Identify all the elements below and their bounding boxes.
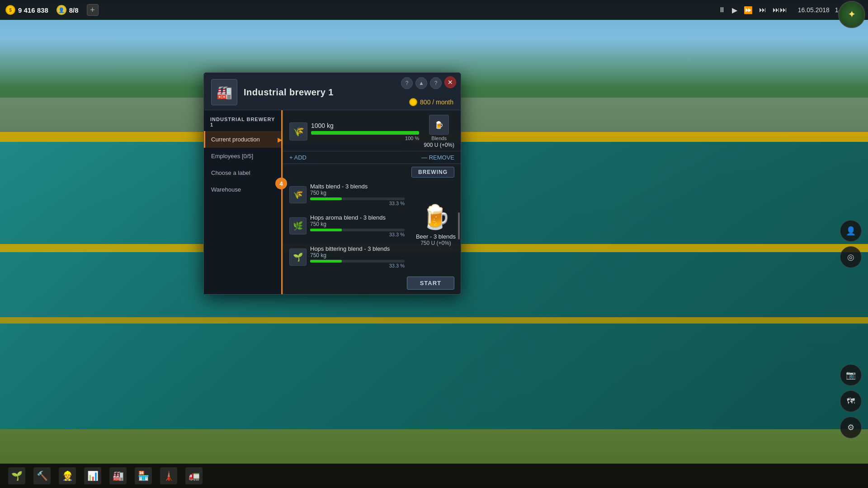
yellow-strip-bot: [0, 317, 868, 324]
remove-recipe-button[interactable]: — REMOVE: [421, 154, 454, 161]
start-button[interactable]: START: [407, 277, 454, 290]
recipe-row-1: 🌾 Malts blend - 3 blends 750 kg 33.3 %: [289, 180, 405, 209]
ingredient-amount: 1000 kg: [311, 122, 419, 129]
output-beer-name: Beer - 3 blends: [416, 233, 456, 240]
step-badge: 4: [275, 178, 287, 189]
recipe-progress-2: [310, 229, 405, 231]
dialog-nav: INDUSTRIAL BREWERY 1 Current production …: [204, 110, 283, 294]
play-button[interactable]: ▶: [730, 5, 739, 15]
brewing-badge[interactable]: BREWING: [411, 167, 454, 178]
nav-item-choose-label[interactable]: Choose a label: [204, 164, 283, 181]
money-value: 9 416 838: [18, 6, 48, 14]
recipe-info-2: Hops aroma blend - 3 blends 750 kg 33.3 …: [310, 214, 405, 237]
minimap[interactable]: ✦: [838, 1, 865, 28]
bottom-icon-tool[interactable]: 🔨: [33, 467, 51, 484]
ingredient-progress-label: 100 %: [311, 136, 419, 141]
ff1-button[interactable]: ⏩: [742, 5, 755, 15]
add-button[interactable]: +: [87, 4, 99, 16]
brewing-tab-row: BREWING: [283, 164, 461, 178]
scroll-indicator[interactable]: [458, 212, 460, 239]
ingredient-icon: 🌾: [289, 122, 307, 141]
close-button[interactable]: ✕: [444, 76, 456, 88]
right-panel: 👤 ◎: [840, 220, 862, 268]
brewery-icon: 🏭: [211, 79, 237, 105]
ingredient-info: 1000 kg 100 %: [311, 122, 419, 141]
recipe-output-area: 🌾 Malts blend - 3 blends 750 kg 33.3 %: [283, 178, 461, 273]
recipe-row-2: 🌿 Hops aroma blend - 3 blends 750 kg 33.…: [289, 211, 405, 240]
help-button[interactable]: ?: [401, 77, 413, 89]
recipe-icon-1: 🌾: [289, 186, 307, 203]
coin-icon: $: [5, 5, 15, 15]
dialog-title: Industrial brewery 1: [244, 87, 334, 98]
recipe-pct-1: 33.3 %: [310, 201, 405, 206]
recipe-progress-1: [310, 197, 405, 200]
dialog-content: 🌾 1000 kg 100 % 🍺 Blends 900 U (+0%): [283, 110, 461, 294]
recipe-list: 🌾 Malts blend - 3 blends 750 kg 33.3 %: [283, 178, 411, 273]
nav-arrow-icon: ▶: [278, 136, 283, 143]
settings-circle-button[interactable]: ◎: [840, 246, 862, 268]
top-output-icon: 🍺: [429, 115, 449, 135]
top-toolbar: $ 9 416 838 👤 8/8 + ⏸ ▶ ⏩ ⏭ ⏭⏭ 16.05.201…: [0, 0, 868, 20]
start-row: START: [283, 273, 461, 294]
output-beer-amount: 750 U (+0%): [420, 240, 451, 246]
nav-label-choose-label: Choose a label: [211, 169, 250, 176]
bottom-icon-worker[interactable]: 👷: [59, 467, 76, 484]
recipe-fill-1: [310, 197, 342, 200]
screenshot-button[interactable]: 📷: [840, 364, 862, 386]
options-button[interactable]: ⚙: [840, 417, 862, 438]
recipe-progress-3: [310, 260, 405, 263]
workers-value: 8/8: [69, 6, 79, 14]
ingredient-progress-fill: [311, 131, 419, 135]
bottom-icon-stats[interactable]: 📊: [84, 467, 101, 484]
nav-item-warehouse[interactable]: Warehouse: [204, 181, 283, 198]
ff3-button[interactable]: ⏭⏭: [771, 5, 789, 15]
info-button[interactable]: ▲: [415, 77, 427, 89]
recipe-name-1: Malts blend - 3 blends: [310, 183, 405, 190]
recipe-name-2: Hops aroma blend - 3 blends: [310, 214, 405, 221]
recipe-amount-3: 750 kg: [310, 252, 405, 258]
date-display: 16.05.2018: [798, 6, 830, 14]
nav-label-warehouse: Warehouse: [211, 186, 241, 193]
bottom-icon-nature[interactable]: 🌱: [8, 467, 25, 484]
recipe-info-3: Hops bittering blend - 3 blends 750 kg 3…: [310, 245, 405, 268]
utility-buttons: 📷 🗺 ⚙: [840, 364, 862, 438]
help2-button[interactable]: ?: [430, 77, 442, 89]
dialog-header: 🏭 Industrial brewery 1 ? ▲ ? ✕ 800 / mon…: [204, 73, 461, 110]
playback-controls: ⏸ ▶ ⏩ ⏭ ⏭⏭: [717, 5, 789, 15]
bottom-icon-delivery[interactable]: 🚛: [185, 467, 203, 484]
workers-display: 👤 8/8: [57, 5, 79, 15]
recipe-name-3: Hops bittering blend - 3 blends: [310, 245, 405, 252]
nav-item-employees[interactable]: Employees [0/5]: [204, 148, 283, 164]
top-output-name: Blends: [431, 136, 447, 141]
ingredient-progress-bar: [311, 131, 419, 135]
money-display: $ 9 416 838: [5, 5, 48, 15]
recipe-amount-2: 750 kg: [310, 221, 405, 227]
recipe-fill-2: [310, 229, 342, 231]
recipe-pct-2: 33.3 %: [310, 232, 405, 237]
map-button[interactable]: 🗺: [840, 390, 862, 412]
pause-button[interactable]: ⏸: [717, 5, 727, 15]
ff2-button[interactable]: ⏭: [757, 5, 768, 15]
recipe-pct-3: 33.3 %: [310, 263, 405, 268]
nav-item-current-production[interactable]: Current production ▶: [204, 131, 283, 148]
cost-value: 800 / month: [420, 99, 453, 106]
nav-title: INDUSTRIAL BREWERY 1: [204, 112, 283, 131]
bottom-icon-silo[interactable]: 🗼: [160, 467, 177, 484]
beer-bottle-icon: 🍺: [421, 205, 451, 229]
cost-coin-icon: [409, 98, 417, 106]
profile-button[interactable]: 👤: [840, 220, 862, 242]
recipe-info-1: Malts blend - 3 blends 750 kg 33.3 %: [310, 183, 405, 206]
recipe-fill-3: [310, 260, 342, 263]
recipe-row-3: 🌱 Hops bittering blend - 3 blends 750 kg…: [289, 243, 405, 271]
top-output-area: 🍺 Blends 900 U (+0%): [424, 115, 454, 148]
recipe-icon-3: 🌱: [289, 249, 307, 266]
recipe-icon-2: 🌿: [289, 217, 307, 235]
header-icon-group: ? ▲ ?: [401, 77, 442, 89]
bottom-icon-factory[interactable]: 🏭: [109, 467, 127, 484]
add-recipe-button[interactable]: + ADD: [289, 154, 307, 161]
cost-display: 800 / month: [409, 98, 453, 106]
bottom-icon-store[interactable]: 🏪: [135, 467, 152, 484]
worker-icon: 👤: [57, 5, 66, 15]
nav-label-current-production: Current production: [211, 136, 260, 143]
ingredient-row: 🌾 1000 kg 100 %: [289, 122, 419, 141]
